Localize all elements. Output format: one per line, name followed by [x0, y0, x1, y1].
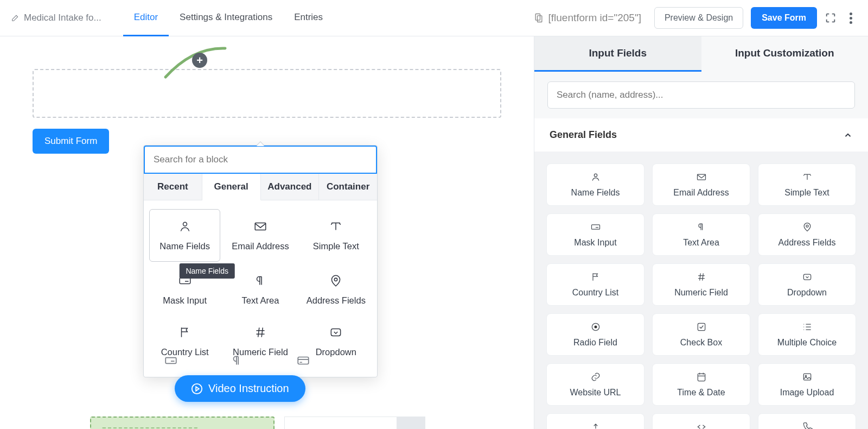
block-name-fields[interactable]: Name Fields Name Fields: [149, 209, 220, 262]
fullscreen-button[interactable]: [825, 12, 837, 24]
expand-icon: [825, 12, 837, 24]
video-instruction-button[interactable]: Video Instruction: [175, 375, 305, 402]
pin-icon: [802, 222, 813, 232]
card-icon: [296, 354, 310, 368]
field-email[interactable]: Email Address: [652, 163, 750, 206]
paragraph-icon: [230, 354, 244, 368]
popup-tab-general[interactable]: General: [202, 174, 261, 200]
preview-green-zone: [90, 417, 275, 429]
section-title: General Fields: [550, 129, 617, 141]
field-simple-text[interactable]: Simple Text: [758, 163, 856, 206]
block-label: Name Fields: [159, 241, 210, 251]
add-block-button[interactable]: +: [192, 53, 207, 68]
peek-row: [164, 354, 310, 368]
preview-button[interactable]: Preview & Design: [654, 7, 743, 29]
popup-block-grid: Name Fields Name Fields Email Address Si…: [144, 200, 377, 377]
sidebar-right: Input Fields Input Customization General…: [534, 36, 868, 429]
pencil-icon: [11, 14, 20, 22]
hash-icon: [696, 272, 707, 282]
mail-icon: [253, 219, 267, 234]
field-url[interactable]: Website URL: [546, 363, 644, 406]
paragraph-icon: [696, 222, 707, 232]
nav-editor[interactable]: Editor: [123, 0, 169, 36]
submit-button[interactable]: Submit Form: [33, 129, 109, 154]
field-radio[interactable]: Radio Field: [546, 313, 644, 356]
nav-entries[interactable]: Entries: [283, 0, 334, 36]
tooltip: Name Fields: [179, 263, 235, 279]
dropdown-icon: [329, 325, 343, 339]
shortcode-display[interactable]: [fluentform id="205"]: [528, 9, 647, 27]
topbar: Medical Intake fo... Editor Settings & I…: [0, 0, 868, 36]
mail-icon: [696, 172, 707, 182]
sidebar-field-grid: Name Fields Email Address Simple Text Ma…: [534, 152, 868, 429]
field-address[interactable]: Address Fields: [758, 213, 856, 256]
popup-tab-advanced[interactable]: Advanced: [261, 174, 320, 200]
image-icon: [802, 371, 813, 382]
popup-tabs: Recent General Advanced Container: [144, 174, 377, 200]
link-icon: [590, 371, 601, 382]
block-email[interactable]: Email Address: [222, 207, 298, 264]
field-mask[interactable]: Mask Input: [546, 213, 644, 256]
top-nav: Editor Settings & Integrations Entries: [123, 0, 334, 36]
check-icon: [696, 321, 707, 332]
field-file[interactable]: File Upload: [546, 413, 644, 429]
dot-icon: [850, 12, 852, 15]
block-simple-text[interactable]: Simple Text: [298, 207, 374, 264]
dropdown-icon: [802, 272, 813, 282]
calendar-icon: [696, 371, 707, 382]
field-date[interactable]: Time & Date: [652, 363, 750, 406]
keyboard-icon: [590, 222, 601, 232]
block-search-input[interactable]: [144, 146, 377, 174]
popup-tab-recent[interactable]: Recent: [144, 174, 202, 200]
form-title-text: Medical Intake fo...: [24, 12, 101, 23]
nav-settings[interactable]: Settings & Integrations: [169, 0, 283, 36]
sidebar-search-input[interactable]: [547, 81, 855, 109]
drop-zone[interactable]: [33, 69, 501, 118]
field-image[interactable]: Image Upload: [758, 363, 856, 406]
copy-icon: [533, 12, 544, 23]
block-address[interactable]: Address Fields: [298, 264, 374, 316]
save-button[interactable]: Save Form: [751, 7, 817, 29]
list-icon: [802, 321, 813, 332]
field-textarea[interactable]: Text Area: [652, 213, 750, 256]
field-html[interactable]: Custom HTML: [652, 413, 750, 429]
phone-icon: [802, 421, 813, 429]
field-dropdown[interactable]: Dropdown: [758, 263, 856, 306]
upload-icon: [590, 421, 601, 429]
shortcode-text: [fluentform id="205"]: [548, 12, 641, 24]
form-title[interactable]: Medical Intake fo...: [11, 12, 101, 23]
field-numeric[interactable]: Numeric Field: [652, 263, 750, 306]
sidebar-tab-input-fields[interactable]: Input Fields: [534, 36, 701, 72]
play-icon: [191, 383, 203, 395]
field-name[interactable]: Name Fields: [546, 163, 644, 206]
block-picker-popup: Recent General Advanced Container Name F…: [143, 145, 378, 377]
popup-tab-container[interactable]: Container: [319, 174, 377, 200]
text-icon: [802, 172, 813, 182]
text-icon: [329, 219, 343, 234]
flag-icon: [590, 272, 601, 282]
bottom-preview-strip: [90, 417, 425, 429]
code-icon: [696, 421, 707, 429]
preview-white-card: [284, 417, 425, 429]
sidebar-tab-input-customization[interactable]: Input Customization: [701, 36, 869, 72]
sidebar-tabs: Input Fields Input Customization: [534, 36, 868, 72]
chevron-up-icon: [843, 130, 853, 140]
radio-icon: [590, 321, 601, 332]
field-phone[interactable]: Phone/Mobile Field: [758, 413, 856, 429]
paragraph-icon: [253, 274, 267, 288]
more-menu-button[interactable]: [844, 12, 857, 24]
field-checkbox[interactable]: Check Box: [652, 313, 750, 356]
keyboard-icon: [164, 354, 178, 368]
sidebar-section-general-fields[interactable]: General Fields: [534, 118, 868, 152]
field-country[interactable]: Country List: [546, 263, 644, 306]
field-multiple[interactable]: Multiple Choice: [758, 313, 856, 356]
hash-icon: [253, 325, 267, 339]
pin-icon: [329, 274, 343, 288]
user-icon: [178, 219, 192, 234]
flag-icon: [178, 325, 192, 339]
canvas-area: + Submit Form Recent General Advanced Co…: [0, 36, 534, 429]
user-icon: [590, 172, 601, 182]
